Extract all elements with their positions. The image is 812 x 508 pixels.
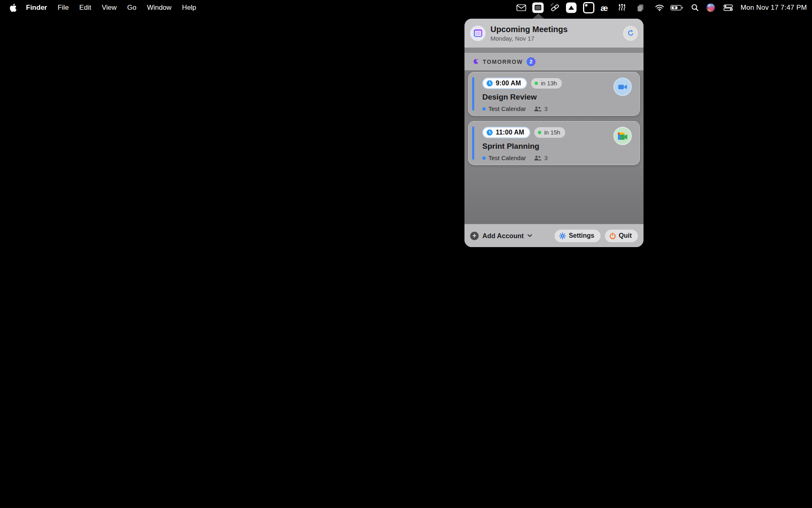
app-menu-finder[interactable]: Finder [21,4,52,12]
quit-button[interactable]: Quit [605,230,638,242]
countdown-dot [538,131,541,134]
apple-logo-icon [10,4,17,12]
quit-label: Quit [619,232,632,239]
window-dot [585,4,587,7]
control-center-icon[interactable] [723,4,733,11]
countdown-text: in 15h [544,129,560,136]
refresh-icon [627,29,635,37]
menu-item-go[interactable]: Go [122,4,142,12]
meeting-time: 9:00 AM [496,80,521,87]
moon-icon [472,58,479,65]
menubar-clock[interactable]: Mon Nov 17 7:47 PM [741,4,807,12]
menu-item-file[interactable]: File [52,4,74,12]
plus-icon: + [470,232,479,240]
meeting-title: Design Review [482,93,639,102]
menu-item-window[interactable]: Window [142,4,177,12]
calendar-name: Test Calendar [488,154,526,161]
calendar-dot [482,107,486,111]
steam-icon[interactable] [618,4,626,12]
siri-icon[interactable] [706,3,715,12]
countdown-dot [535,82,538,85]
calendar-dot [482,156,486,160]
meeting-card-design-review[interactable]: 9:00 AM in 13h Design Review Test Calend… [468,72,640,116]
link-icon[interactable] [550,3,560,13]
popover-header: Upcoming Meetings Monday, Nov 17 [464,19,644,48]
menu-item-help[interactable]: Help [177,4,201,12]
calendar-app-icon [470,26,486,41]
join-zoom-button[interactable] [613,78,632,96]
add-account-label: Add Account [482,232,524,240]
desktop: Finder File Edit View Go Window Help [0,0,812,508]
calendar-color-bar [472,77,474,111]
triangle-glyph [568,6,574,10]
gear-icon [559,232,566,239]
menu-bar: Finder File Edit View Go Window Help [0,0,812,15]
countdown-text: in 13h [541,80,557,87]
countdown-pill: in 13h [531,78,562,89]
attendee-count: 3 [544,105,548,112]
time-pill: 11:00 AM [482,127,530,138]
time-pill: 9:00 AM [482,78,527,89]
power-icon [609,232,616,239]
meeting-title: Sprint Planning [482,142,639,151]
section-header-tomorrow: TOMORROW 2 [464,53,644,70]
countdown-pill: in 15h [534,127,565,138]
refresh-button[interactable] [623,26,638,41]
calendar-color-bar [472,126,474,160]
calendar-menubar-icon-active[interactable] [532,2,544,13]
attendees-icon [534,106,542,112]
upcoming-meetings-popover: Upcoming Meetings Monday, Nov 17 TOMORRO… [464,19,644,247]
add-account-button[interactable]: + Add Account [470,232,532,240]
window-app-icon[interactable] [583,2,594,13]
eject-app-icon[interactable] [566,2,577,13]
chevron-down-icon [527,234,532,237]
menu-item-edit[interactable]: Edit [74,4,96,12]
wifi-icon[interactable] [655,4,664,11]
google-meet-icon [618,132,628,140]
battery-icon[interactable] [670,4,684,11]
join-meet-button[interactable] [613,127,632,145]
ae-glyph-icon[interactable]: æ [600,3,608,12]
section-label: TOMORROW [483,59,523,65]
header-shadow-band [464,48,644,53]
apple-menu[interactable] [10,4,21,12]
settings-label: Settings [569,232,594,239]
menu-item-view[interactable]: View [97,4,122,12]
calendar-name: Test Calendar [488,105,526,112]
clock-icon [486,129,493,136]
spotlight-icon[interactable] [691,4,699,12]
popover-caret [533,13,544,19]
meeting-card-sprint-planning[interactable]: 11:00 AM in 15h Sprint Planning Test Cal… [468,121,640,165]
attendees-icon [534,155,542,161]
clock-icon [486,80,493,87]
popover-title: Upcoming Meetings [490,25,623,34]
meeting-time: 11:00 AM [496,129,524,136]
meeting-list: 9:00 AM in 13h Design Review Test Calend… [464,70,644,224]
attendee-count: 3 [544,154,548,161]
mail-icon[interactable] [516,4,526,11]
meeting-count-badge: 2 [527,57,536,66]
copy-icon[interactable] [636,3,645,12]
zoom-video-icon [618,83,627,91]
popover-footer: + Add Account Settings [464,224,644,247]
popover-date: Monday, Nov 17 [490,35,623,42]
settings-button[interactable]: Settings [555,230,600,242]
